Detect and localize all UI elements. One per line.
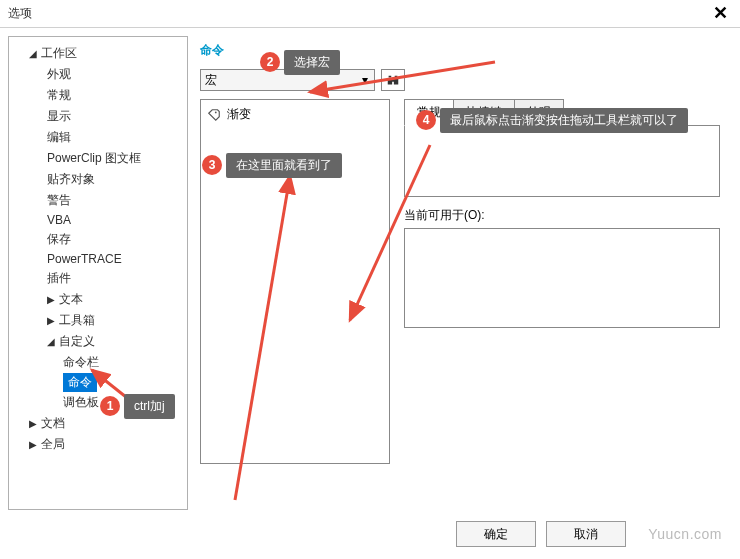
search-button[interactable] bbox=[381, 69, 405, 91]
tree-item[interactable]: 保存 bbox=[13, 229, 183, 250]
main-content: ◢工作区 外观 常规 显示 编辑 PowerClip 图文框 贴齐对象 警告 V… bbox=[0, 28, 740, 518]
annotation-tip-1: ctrl加j bbox=[124, 394, 175, 419]
binoculars-icon bbox=[386, 73, 400, 87]
tree-item[interactable]: 警告 bbox=[13, 190, 183, 211]
tree-item[interactable]: 插件 bbox=[13, 268, 183, 289]
close-icon[interactable]: ✕ bbox=[707, 2, 734, 24]
tag-icon bbox=[207, 108, 221, 122]
tree-item[interactable]: 常规 bbox=[13, 85, 183, 106]
annotation-badge-2: 2 bbox=[260, 52, 280, 72]
available-box[interactable] bbox=[404, 228, 720, 328]
tree-item-customize[interactable]: ◢自定义 bbox=[13, 331, 183, 352]
annotation-badge-1: 1 bbox=[100, 396, 120, 416]
tree-item-toolbox[interactable]: ▶工具箱 bbox=[13, 310, 183, 331]
tree-item[interactable]: 编辑 bbox=[13, 127, 183, 148]
tree-item[interactable]: PowerClip 图文框 bbox=[13, 148, 183, 169]
annotation-tip-4: 最后鼠标点击渐变按住拖动工具栏就可以了 bbox=[440, 108, 688, 133]
tooltip-box[interactable] bbox=[404, 125, 720, 197]
title-bar: 选项 ✕ bbox=[0, 0, 740, 28]
tree-item[interactable]: 显示 bbox=[13, 106, 183, 127]
ok-button[interactable]: 确定 bbox=[456, 521, 536, 547]
annotation-tip-3: 在这里面就看到了 bbox=[226, 153, 342, 178]
cancel-button[interactable]: 取消 bbox=[546, 521, 626, 547]
tree-item-global[interactable]: ▶全局 bbox=[13, 434, 183, 455]
available-label: 当前可用于(O): bbox=[404, 207, 720, 224]
tree-item[interactable]: 外观 bbox=[13, 64, 183, 85]
tree-item-commands-selected[interactable]: 命令 bbox=[63, 373, 97, 392]
tree-item-text[interactable]: ▶文本 bbox=[13, 289, 183, 310]
svg-point-0 bbox=[215, 111, 217, 113]
annotation-tip-2: 选择宏 bbox=[284, 50, 340, 75]
tree-item-workspace[interactable]: ◢工作区 bbox=[13, 43, 183, 64]
tree-item[interactable]: 命令栏 bbox=[13, 352, 183, 373]
tree-item[interactable]: PowerTRACE bbox=[13, 250, 183, 268]
footer: 确定 取消 Yuucn.com bbox=[456, 521, 722, 547]
window-title: 选项 bbox=[8, 5, 32, 22]
annotation-badge-3: 3 bbox=[202, 155, 222, 175]
annotation-badge-4: 4 bbox=[416, 110, 436, 130]
list-item-gradient[interactable]: 渐变 bbox=[205, 104, 385, 125]
tree-panel[interactable]: ◢工作区 外观 常规 显示 编辑 PowerClip 图文框 贴齐对象 警告 V… bbox=[8, 36, 188, 510]
watermark: Yuucn.com bbox=[648, 526, 722, 542]
tree-item[interactable]: VBA bbox=[13, 211, 183, 229]
tree-item[interactable]: 贴齐对象 bbox=[13, 169, 183, 190]
detail-panel: 常规 快捷键 外观 当前可用于(O): bbox=[404, 99, 720, 464]
